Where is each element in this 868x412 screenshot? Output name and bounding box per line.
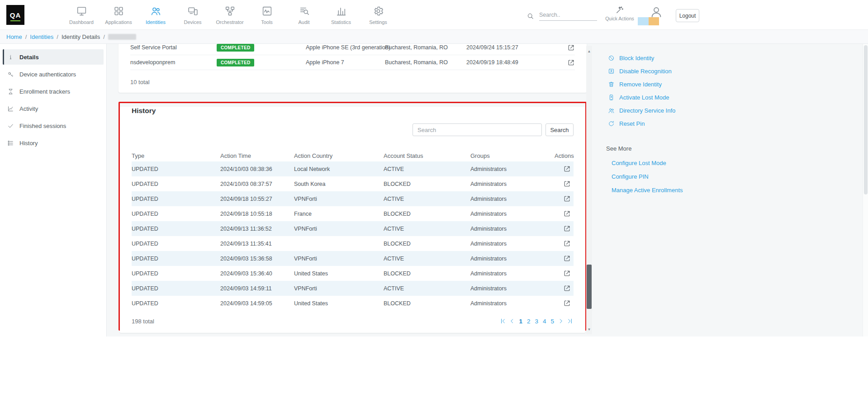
statistics-icon — [336, 5, 347, 17]
nav-item-statistics[interactable]: Statistics — [323, 0, 360, 30]
sidebar-item-label: Details — [19, 54, 39, 61]
link-manage-active-enrollments[interactable]: Manage Active Enrollments — [602, 183, 863, 197]
open-detail-icon[interactable] — [563, 180, 571, 188]
nav-item-settings[interactable]: Settings — [360, 0, 397, 30]
open-detail-icon[interactable] — [563, 195, 571, 203]
main-scrollbar[interactable]: ▲ ▼ — [586, 46, 592, 334]
key-icon — [7, 71, 14, 78]
sidebar-item-activity[interactable]: Activity — [3, 101, 104, 116]
history-search-input[interactable] — [413, 123, 542, 136]
cell-account-status: BLOCKED — [384, 270, 470, 277]
sidebar-item-enrollment-trackers[interactable]: Enrollment trackers — [3, 84, 104, 99]
cell-groups: Administrators — [470, 196, 555, 202]
cell-action-country: France — [294, 211, 384, 217]
pagination-prev-icon[interactable] — [508, 317, 516, 325]
cell-account-status: ACTIVE — [384, 196, 470, 202]
open-detail-icon[interactable] — [563, 225, 571, 232]
pagination-page-3[interactable]: 3 — [535, 318, 538, 325]
theme-color-indicator — [638, 17, 659, 25]
open-detail-icon[interactable] — [563, 299, 571, 307]
cell-account-status: BLOCKED — [384, 300, 470, 307]
sidebar-item-label: Device authenticators — [19, 71, 76, 78]
pagination-page-4[interactable]: 4 — [543, 318, 546, 325]
sessions-rows: Self Service Portal COMPLETED Apple iPho… — [119, 44, 587, 70]
sidebar-item-details[interactable]: Details — [3, 49, 104, 65]
top-bar: QA Dashboard Applications Identities Dev… — [0, 0, 868, 30]
open-detail-icon[interactable] — [563, 240, 571, 247]
trash-icon — [608, 81, 615, 88]
cell-groups: Administrators — [470, 226, 555, 232]
open-detail-icon[interactable] — [563, 210, 571, 218]
annotation-rectangle: History Search TypeAction TimeAction Cou… — [119, 102, 587, 331]
quick-actions-button[interactable]: Quick Actions — [604, 5, 635, 21]
nav-item-devices[interactable]: Devices — [174, 0, 211, 30]
history-search-button[interactable]: Search — [545, 123, 574, 136]
open-detail-icon[interactable] — [563, 255, 571, 262]
scroll-down-icon[interactable]: ▼ — [586, 327, 592, 331]
cell-action-country: VPNForti — [294, 256, 384, 262]
pagination-page-2[interactable]: 2 — [527, 318, 531, 325]
nav-item-tools[interactable]: Tools — [248, 0, 285, 30]
page-scrollbar-thumb[interactable] — [864, 45, 868, 194]
search-icon[interactable] — [526, 12, 534, 20]
top-nav: Dashboard Applications Identities Device… — [63, 0, 397, 30]
pagination-page-5[interactable]: 5 — [550, 318, 554, 325]
cell-account-status: BLOCKED — [384, 211, 470, 217]
open-detail-icon[interactable] — [563, 165, 571, 173]
breadcrumb-identities[interactable]: Identities — [30, 33, 53, 40]
cell-type: UPDATED — [132, 256, 220, 262]
history-card: History Search TypeAction TimeAction Cou… — [120, 107, 585, 333]
cell-action-time: 2024/09/13 11:35:41 — [220, 241, 294, 247]
identities-icon — [150, 5, 161, 17]
pagination-page-1[interactable]: 1 — [519, 318, 522, 325]
action-reset-pin[interactable]: Reset Pin — [602, 117, 863, 130]
open-detail-icon[interactable] — [563, 270, 571, 277]
identity-actions-list: Block Identity Disable Recognition Remov… — [602, 52, 863, 130]
logout-button[interactable]: Logout — [676, 9, 699, 22]
link-configure-pin[interactable]: Configure PIN — [602, 170, 863, 183]
history-table-body: UPDATED 2024/10/03 08:38:36 Local Networ… — [132, 161, 574, 311]
sidebar-item-history[interactable]: History — [3, 135, 104, 151]
scroll-up-icon[interactable]: ▲ — [586, 49, 592, 53]
pagination-first-icon[interactable] — [499, 317, 507, 325]
quick-actions-label: Quick Actions — [604, 16, 635, 21]
pagination-next-icon[interactable] — [557, 317, 564, 325]
global-search-input[interactable] — [539, 9, 597, 21]
sidebar-item-finished-sessions[interactable]: Finished sessions — [3, 118, 104, 133]
action-disable-recognition[interactable]: Disable Recognition — [602, 65, 863, 78]
open-detail-icon[interactable] — [567, 59, 575, 66]
history-search-bar: Search — [132, 123, 574, 136]
link-configure-lost-mode[interactable]: Configure Lost Mode — [602, 156, 863, 170]
breadcrumb-home[interactable]: Home — [6, 33, 22, 40]
sidebar-item-device-authenticators[interactable]: Device authenticators — [3, 66, 104, 82]
open-detail-icon[interactable] — [567, 44, 575, 52]
action-remove-identity[interactable]: Remove Identity — [602, 78, 863, 91]
action-directory-service-info[interactable]: Directory Service Info — [602, 104, 863, 117]
history-column-account-status: Account Status — [384, 152, 470, 159]
nav-label: Orchestrator — [216, 19, 243, 25]
open-detail-icon[interactable] — [563, 284, 571, 292]
action-label: Reset Pin — [619, 120, 645, 127]
page-scrollbar[interactable] — [863, 30, 868, 336]
action-label: Activate Lost Mode — [619, 94, 669, 101]
cell-action-time: 2024/10/03 08:38:36 — [220, 166, 294, 172]
pagination-last-icon[interactable] — [566, 317, 574, 325]
identity-actions-panel: Block Identity Disable Recognition Remov… — [602, 44, 863, 336]
nav-item-audit[interactable]: Audit — [285, 0, 323, 30]
nav-item-applications[interactable]: Applications — [100, 0, 137, 30]
scrollbar-thumb[interactable] — [587, 265, 592, 309]
nav-item-orchestrator[interactable]: Orchestrator — [211, 0, 248, 30]
history-column-type: Type — [132, 152, 220, 159]
cell-account-status: BLOCKED — [384, 241, 470, 247]
nav-item-identities[interactable]: Identities — [137, 0, 174, 30]
session-time: 2024/09/19 18:48:49 — [466, 59, 557, 66]
nav-item-dashboard[interactable]: Dashboard — [63, 0, 100, 30]
devices-icon — [187, 5, 199, 17]
cell-account-status: ACTIVE — [384, 166, 470, 172]
cell-action-country: Local Network — [294, 166, 384, 172]
app-logo[interactable]: QA — [6, 5, 24, 25]
action-activate-lost-mode[interactable]: Activate Lost Mode — [602, 91, 863, 104]
nav-label: Statistics — [331, 19, 351, 25]
session-row: nsdeveloponprem COMPLETED Apple iPhone 7… — [130, 55, 575, 70]
action-block-identity[interactable]: Block Identity — [602, 52, 863, 65]
